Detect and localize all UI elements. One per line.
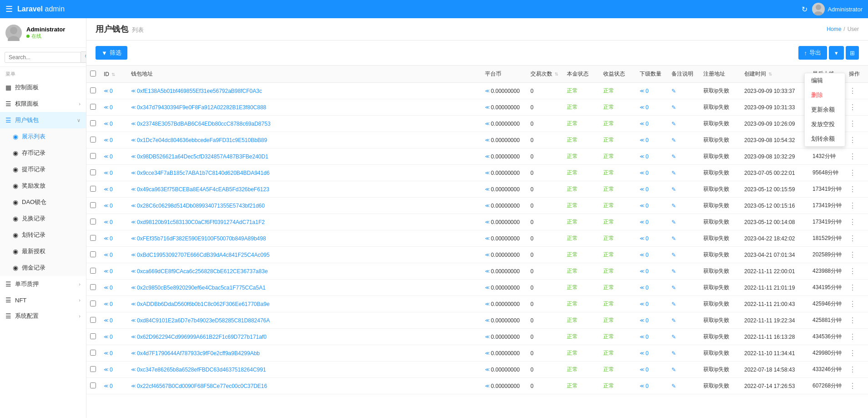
row-more-button[interactable]: ⋮	[849, 267, 856, 275]
edit-note-icon[interactable]: ✎	[671, 285, 676, 291]
sidebar-item-permissions[interactable]: ☰ 权限面板 ›	[0, 96, 86, 112]
sidebar-item-exchange[interactable]: ◉ 兑换记录	[0, 210, 86, 227]
row-checkbox[interactable]	[90, 235, 96, 241]
row-sub[interactable]: 0	[646, 186, 649, 193]
row-sub[interactable]: 0	[646, 203, 649, 209]
sidebar-item-sysconfig[interactable]: ☰ 系统配置 ›	[0, 308, 86, 324]
row-checkbox[interactable]	[90, 87, 96, 93]
edit-note-icon[interactable]: ✎	[671, 137, 676, 143]
sidebar-item-wallet[interactable]: ☰ 用户钱包 ∨	[0, 112, 86, 128]
row-sub[interactable]: 0	[646, 121, 649, 127]
edit-note-icon[interactable]: ✎	[671, 170, 676, 176]
row-address[interactable]: 0xd98120b91c583130C0aCf6Ff0391274AdC71a1…	[137, 219, 265, 225]
row-sub[interactable]: 0	[646, 383, 649, 389]
edit-note-icon[interactable]: ✎	[671, 268, 676, 275]
row-sub[interactable]: 0	[646, 104, 649, 111]
context-menu-delete[interactable]: 删除	[805, 88, 845, 102]
row-checkbox[interactable]	[90, 301, 96, 306]
filter-button[interactable]: ▼ 筛选	[96, 46, 127, 60]
row-sub[interactable]: 0	[646, 301, 649, 307]
edit-note-icon[interactable]: ✎	[671, 219, 676, 225]
row-id-value[interactable]: 0	[110, 121, 113, 127]
row-checkbox[interactable]	[90, 104, 96, 110]
admin-user[interactable]: Administrator	[812, 3, 863, 15]
row-checkbox[interactable]	[90, 186, 96, 192]
edit-note-icon[interactable]: ✎	[671, 104, 676, 111]
row-more-button[interactable]: ⋮	[849, 284, 856, 291]
row-more-button[interactable]: ⋮	[849, 136, 856, 144]
row-checkbox[interactable]	[90, 382, 96, 388]
row-address[interactable]: 0xADDBb6DdaD560f6b0b1C8c062F306Ee61770Ba…	[137, 301, 270, 307]
sidebar-item-wallet-withdraw[interactable]: ◉ 提币记录	[0, 161, 86, 178]
row-sub[interactable]: 0	[646, 367, 649, 373]
row-more-button[interactable]: ⋮	[849, 153, 856, 160]
row-id-value[interactable]: 0	[110, 301, 113, 307]
row-sub[interactable]: 0	[646, 285, 649, 291]
edit-note-icon[interactable]: ✎	[671, 383, 676, 389]
breadcrumb-home[interactable]: Home	[827, 26, 841, 32]
row-checkbox[interactable]	[90, 366, 96, 372]
row-more-button[interactable]: ⋮	[849, 87, 856, 95]
row-sub[interactable]: 0	[646, 170, 649, 176]
row-more-button[interactable]: ⋮	[849, 366, 856, 373]
row-id-value[interactable]: 0	[110, 170, 113, 176]
edit-note-icon[interactable]: ✎	[671, 350, 676, 357]
row-id-value[interactable]: 0	[110, 285, 113, 291]
row-more-button[interactable]: ⋮	[849, 316, 856, 324]
sort-trades-icon[interactable]: ⇅	[555, 71, 558, 76]
row-id-value[interactable]: 0	[110, 219, 113, 225]
edit-note-icon[interactable]: ✎	[671, 301, 676, 307]
row-address[interactable]: 0x98DB526621a64Dec5cfD324857A487B3FBe240…	[137, 153, 268, 160]
row-address[interactable]: 0xd84C9101E2a6D7e7b49023eD58285C81D88247…	[137, 317, 270, 324]
search-input[interactable]	[5, 52, 81, 63]
row-id-value[interactable]: 0	[110, 186, 113, 193]
row-id-value[interactable]: 0	[110, 104, 113, 111]
row-address[interactable]: 0xfE138A5b01bf469855Ef31ee56792aB98fCF0A…	[137, 88, 262, 94]
row-id-value[interactable]: 0	[110, 137, 113, 143]
context-menu-transfer[interactable]: 划转余额	[805, 132, 845, 146]
edit-note-icon[interactable]: ✎	[671, 153, 676, 160]
row-id-value[interactable]: 0	[110, 317, 113, 324]
context-menu-airdrop[interactable]: 发放空投	[805, 117, 845, 132]
row-more-button[interactable]: ⋮	[849, 382, 856, 390]
row-address[interactable]: 0x23748E3057BdBAB6C64EDb80ccC8788c69aD87…	[137, 121, 271, 127]
row-sub[interactable]: 0	[646, 252, 649, 258]
row-address[interactable]: 0xca669dCE8f9CAca6c256828CbE612CE36737a8…	[137, 268, 268, 275]
select-all-checkbox[interactable]	[90, 71, 96, 76]
sidebar-item-staking[interactable]: ☰ 单币质押 ›	[0, 276, 86, 292]
edit-note-icon[interactable]: ✎	[671, 317, 676, 324]
row-id-value[interactable]: 0	[110, 367, 113, 373]
row-checkbox[interactable]	[90, 169, 96, 175]
row-sub[interactable]: 0	[646, 268, 649, 275]
row-more-button[interactable]: ⋮	[849, 120, 856, 127]
row-checkbox[interactable]	[90, 137, 96, 143]
row-sub[interactable]: 0	[646, 235, 649, 242]
row-checkbox[interactable]	[90, 153, 96, 159]
row-id-value[interactable]: 0	[110, 88, 113, 94]
sidebar-item-transfer[interactable]: ◉ 划转记录	[0, 227, 86, 243]
sidebar-item-nft[interactable]: ☰ NFT ›	[0, 292, 86, 308]
row-address[interactable]: 0x28C6c06298d514Db089934071355E5743bf21d…	[137, 203, 265, 209]
row-address[interactable]: 0x62D962294Cd996999A661B22F1c69D727b171a…	[137, 334, 267, 340]
sort-id-icon[interactable]: ⇅	[111, 72, 115, 77]
row-sub[interactable]: 0	[646, 137, 649, 143]
export-button[interactable]: ↑ 导出	[798, 46, 828, 60]
row-id-value[interactable]: 0	[110, 252, 113, 258]
row-id-value[interactable]: 0	[110, 235, 113, 242]
row-address[interactable]: 0xBdC19953092707E666CdB39dA4c841F25C4Ac0…	[137, 252, 270, 258]
row-address[interactable]: 0x49ca963Ef75BCEBa8E4A5F4cEAB5Fd326beF61…	[137, 186, 269, 193]
row-checkbox[interactable]	[90, 219, 96, 224]
row-sub[interactable]: 0	[646, 219, 649, 225]
context-menu-update-balance[interactable]: 更新余额	[805, 102, 845, 117]
row-checkbox[interactable]	[90, 268, 96, 274]
row-more-button[interactable]: ⋮	[849, 234, 856, 242]
row-checkbox[interactable]	[90, 120, 96, 126]
row-checkbox[interactable]	[90, 251, 96, 257]
edit-note-icon[interactable]: ✎	[671, 203, 676, 209]
row-sub[interactable]: 0	[646, 350, 649, 357]
edit-note-icon[interactable]: ✎	[671, 186, 676, 193]
row-sub[interactable]: 0	[646, 88, 649, 94]
sidebar-item-wallet-deposit[interactable]: ◉ 存币记录	[0, 145, 86, 161]
row-more-button[interactable]: ⋮	[849, 300, 856, 308]
row-address[interactable]: 0x347d79430394F9e0F8Fa912A02282B1E3f80C8…	[137, 104, 266, 111]
